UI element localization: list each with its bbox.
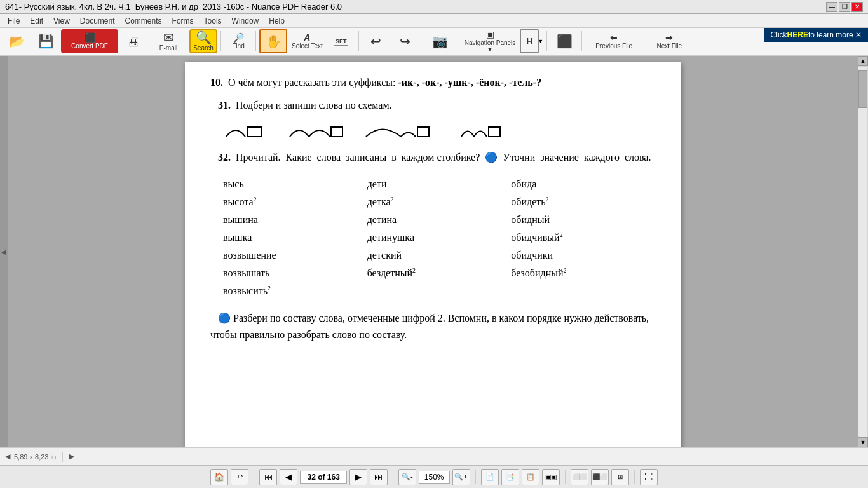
menu-view[interactable]: View — [48, 15, 75, 27]
snapshot-icon: 📷 — [432, 35, 448, 48]
learn-more-text-before: Click — [771, 30, 787, 39]
separator-7 — [458, 31, 458, 51]
menu-tools[interactable]: Tools — [199, 15, 227, 27]
word-1-5: возвышение — [223, 247, 367, 264]
zoom-out-button[interactable]: 🔍- — [398, 469, 416, 485]
word-1-6: возвышать — [223, 264, 367, 282]
learn-more-close-icon[interactable]: ✕ — [855, 30, 862, 39]
word-2-3: детина — [367, 211, 512, 229]
menu-help[interactable]: Help — [264, 15, 290, 27]
print-button[interactable]: 🖨 — [119, 29, 147, 53]
restore-button[interactable]: ❐ — [839, 2, 850, 12]
find-label: Find — [232, 43, 244, 50]
hand-tool-button[interactable]: ✋ — [259, 29, 287, 53]
bottom-toolbar: 🏠 ↩ ⏮ ◀ 32 of 163 ▶ ⏭ 🔍- 150% 🔍+ 📄 📑 📋 ▣… — [0, 465, 868, 488]
nav-panels-button[interactable]: ▣ Navigation Panels ▼ — [461, 29, 519, 53]
toolbar: 📂 💾 ⬛ Convert PDF 🖨 ✉ E-mail 🔍 Search 🔎 … — [0, 28, 868, 56]
separator-1 — [151, 31, 151, 51]
scroll-down-button[interactable]: ▼ — [858, 437, 868, 447]
separator-3 — [220, 31, 221, 51]
fullscreen-button[interactable]: ⛶ — [640, 469, 658, 485]
menu-forms[interactable]: Forms — [167, 15, 199, 27]
h-dropdown-icon: ▼ — [538, 38, 543, 44]
menu-document[interactable]: Document — [75, 15, 120, 27]
prev-file-icon: ⬅ — [610, 33, 618, 42]
menu-window[interactable]: Window — [227, 15, 264, 27]
two-page-button[interactable]: 📋 — [522, 469, 539, 485]
open-icon: 📂 — [9, 35, 25, 48]
redaction-icon: ⬛ — [557, 35, 573, 48]
search-button[interactable]: 🔍 Search — [189, 29, 217, 53]
undo-button[interactable]: ↩ — [362, 29, 390, 53]
two-cont-page-button[interactable]: ▣▣ — [542, 469, 560, 485]
single-page-button[interactable]: 📄 — [481, 469, 499, 485]
scroll-right-status[interactable]: ▶ — [69, 452, 74, 461]
fullscreen-icon: ⛶ — [644, 472, 653, 482]
svg-rect-1 — [331, 127, 342, 137]
scroll-up-button[interactable]: ▲ — [858, 56, 868, 66]
left-edge: ◀ — [0, 56, 8, 447]
learn-more-banner[interactable]: Click HERE to learn more ✕ — [764, 28, 868, 42]
split-h-icon: ⬜⬜ — [572, 473, 587, 480]
schema-2 — [287, 121, 344, 140]
home-icon: 🏠 — [214, 472, 224, 482]
save-button[interactable]: 💾 — [32, 29, 60, 53]
first-page-icon: ⏮ — [264, 472, 273, 482]
set-button[interactable]: SET — [327, 29, 355, 53]
word-2-4: детинушка — [367, 229, 512, 247]
email-icon: ✉ — [163, 31, 174, 44]
question-bottom: 🔵 Разбери по составу слова, отмеченные ц… — [210, 310, 655, 344]
redaction-button[interactable]: ⬛ — [550, 29, 578, 53]
left-arrow-status[interactable]: ◀ — [5, 452, 10, 461]
split-v-button[interactable]: ⬛⬜ — [591, 469, 609, 485]
next-page-button[interactable]: ▶ — [349, 469, 367, 485]
last-page-button[interactable]: ⏭ — [370, 469, 388, 485]
email-button[interactable]: ✉ E-mail — [154, 29, 182, 53]
back-button[interactable]: ↩ — [231, 469, 248, 485]
continuous-page-button[interactable]: 📑 — [501, 469, 519, 485]
select-text-button[interactable]: A Select Text — [288, 29, 326, 53]
word-3-6: безобидный2 — [511, 264, 655, 282]
schema-4 — [458, 121, 515, 140]
menu-comments[interactable]: Comments — [120, 15, 167, 27]
h-button[interactable]: H — [520, 29, 539, 53]
nav-panels-dropdown-icon: ▼ — [487, 46, 493, 53]
convert-pdf-button[interactable]: ⬛ Convert PDF — [61, 29, 118, 53]
close-button[interactable]: ✕ — [851, 2, 863, 12]
find-button[interactable]: 🔎 Find — [224, 29, 252, 53]
menu-file[interactable]: File — [3, 15, 25, 27]
main-area: ◀ 10. О чём могут рассказать эти суффикс… — [0, 56, 868, 447]
open-button[interactable]: 📂 — [3, 29, 31, 53]
scroll-thumb[interactable] — [858, 70, 867, 108]
next-file-icon: ➡ — [665, 33, 673, 42]
window-title: 641- Русский язык. 4кл. В 2ч. Ч.1_Бунеев… — [5, 2, 342, 11]
zoom-level: 150% — [419, 471, 450, 484]
prev-file-button[interactable]: ⬅ Previous File — [585, 29, 642, 53]
hand-icon: ✋ — [266, 35, 281, 48]
email-label: E-mail — [159, 44, 177, 51]
prev-page-button[interactable]: ◀ — [280, 469, 297, 485]
menu-edit[interactable]: Edit — [25, 15, 48, 27]
separator-6 — [423, 31, 423, 51]
next-file-button[interactable]: ➡ Next File — [644, 29, 695, 53]
snapshot-button[interactable]: 📷 — [426, 29, 454, 53]
minimize-button[interactable]: — — [826, 2, 837, 12]
word-1-7: возвысить2 — [223, 282, 367, 300]
zoom-out-icon: 🔍- — [402, 473, 413, 481]
first-page-button[interactable]: ⏮ — [259, 469, 277, 485]
grid-button[interactable]: ⊞ — [611, 469, 629, 485]
print-icon: 🖨 — [127, 35, 140, 48]
set-icon: SET — [334, 37, 349, 46]
nav-panels-label: Navigation Panels — [465, 39, 516, 46]
home-button[interactable]: 🏠 — [210, 469, 228, 485]
prev-page-icon: ◀ — [285, 472, 292, 482]
redo-button[interactable]: ↪ — [391, 29, 419, 53]
undo-icon: ↩ — [370, 35, 381, 48]
grid-icon: ⊞ — [618, 473, 623, 480]
zoom-in-button[interactable]: 🔍+ — [452, 469, 470, 485]
word-2-2: детка2 — [367, 193, 512, 211]
word-columns: высь высота2 вышина вышка возвышение воз… — [223, 175, 655, 300]
schema-3 — [363, 121, 439, 140]
left-arrow-icon[interactable]: ◀ — [1, 248, 6, 255]
split-h-button[interactable]: ⬜⬜ — [571, 469, 588, 485]
